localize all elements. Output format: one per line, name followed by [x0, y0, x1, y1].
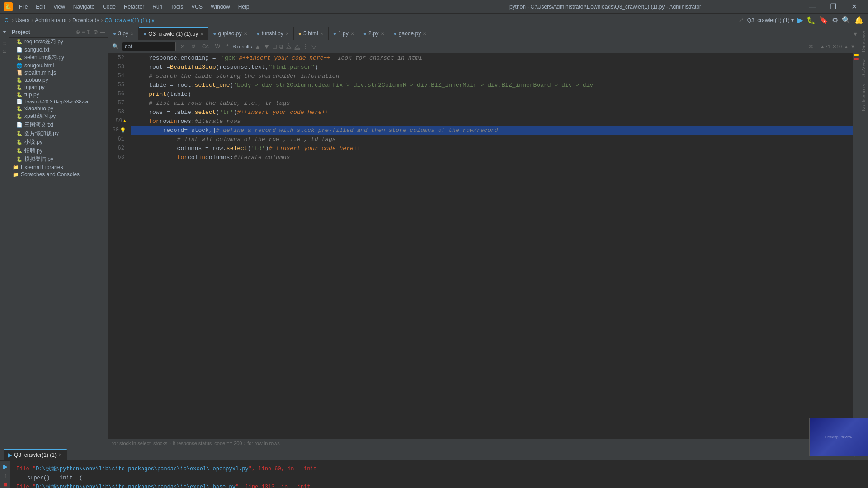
case-sensitive-btn[interactable]: Cc [200, 43, 211, 50]
options-btn[interactable]: ⋮ [302, 43, 309, 50]
close-run-tab[interactable]: ✕ [58, 452, 62, 457]
tree-item[interactable]: 📄Twisted-20.3.0-cp38-cp38-wi... [9, 98, 108, 105]
run-tool-play[interactable]: ▶ [2, 463, 9, 470]
search-replace-btn[interactable]: ↺ [189, 43, 198, 50]
sort-icon[interactable]: ≡ [82, 29, 85, 35]
tree-item[interactable]: 🐍selenium练习.py [9, 53, 108, 62]
expand-results-btn[interactable]: □ [273, 43, 276, 50]
tab-q3crawler[interactable]: ●Q3_crawler(1) (1).py✕ [139, 27, 208, 40]
tree-item[interactable]: 🐍requests连习.py [9, 38, 108, 46]
tab-3py[interactable]: ●3.py✕ [108, 27, 139, 40]
minimize-button[interactable]: — [802, 0, 823, 14]
debug-button[interactable]: 🐛 [807, 16, 816, 24]
add-icon[interactable]: ⊕ [75, 29, 80, 35]
run-tool-stop[interactable]: ■ [2, 481, 9, 488]
database-panel-label[interactable]: Database [859, 27, 868, 56]
tree-item[interactable]: 📄sanguo.txt [9, 46, 108, 53]
code-content[interactable]: response.encoding = 'gbk'#++insert your … [131, 53, 853, 439]
menu-navigate[interactable]: Navigate [70, 3, 98, 11]
tab-1py[interactable]: ●1.py✕ [329, 27, 359, 40]
tree-item[interactable]: 📄三国演义.txt [9, 121, 108, 129]
scroll-up-btn[interactable]: ▲ [844, 44, 849, 49]
tree-item[interactable]: 🐍图片懒加载.py [9, 129, 108, 138]
close-tab-2py[interactable]: ✕ [381, 31, 384, 36]
prev-result-btn[interactable]: ▲ [255, 43, 261, 50]
replace-each-btn[interactable]: ⧋ [294, 43, 300, 51]
close-tab-tunshi[interactable]: ✕ [285, 31, 289, 36]
breadcrumb-status[interactable]: if response.status_code == 200 [173, 441, 242, 446]
breadcrumb-rows[interactable]: for row in rows [247, 441, 280, 446]
sidebar-project-icon[interactable]: P [1, 29, 8, 36]
sciview-panel-label[interactable]: SciView [859, 56, 868, 80]
close-button[interactable]: ✕ [844, 0, 864, 14]
tab-gupiao[interactable]: ●gupiao.py✕ [208, 27, 252, 40]
gear-icon[interactable]: ⚙ [93, 29, 98, 35]
menu-vcs[interactable]: VCS [188, 3, 206, 11]
menu-edit[interactable]: Edit [32, 3, 49, 11]
word-btn[interactable]: W [213, 43, 222, 50]
search-input[interactable] [122, 42, 176, 51]
tree-item[interactable]: 🐍xpath练习.py [9, 112, 108, 121]
tabs-overflow-icon[interactable]: ▾ [854, 29, 857, 38]
settings-button[interactable]: ⚙ [832, 16, 838, 24]
sidebar-structure-icon[interactable]: S [1, 48, 8, 55]
sidebar-bookmarks-icon[interactable]: B [1, 41, 8, 47]
tab-2py[interactable]: ●2.py✕ [359, 27, 389, 40]
breadcrumb-stock[interactable]: for stock in select_stocks [112, 441, 167, 446]
menu-tools[interactable]: Tools [167, 3, 187, 11]
breadcrumb-c[interactable]: C: [5, 17, 10, 23]
tree-item[interactable]: 📜stealth.min.js [9, 69, 108, 76]
breadcrumb-file[interactable]: Q3_crawler(1) (1).py [104, 17, 154, 23]
tree-item-external-libraries[interactable]: 📁External Libraries [9, 164, 108, 171]
close-tab-3py[interactable]: ✕ [130, 31, 134, 36]
close-search-btn[interactable]: ✕ [808, 43, 814, 50]
menu-file[interactable]: File [15, 3, 31, 11]
tree-item[interactable]: 🐍招聘.py [9, 146, 108, 155]
menu-view[interactable]: View [50, 3, 69, 11]
expand-icon[interactable]: ⇅ [87, 29, 91, 35]
close-tab-gupiao[interactable]: ✕ [244, 31, 247, 36]
close-tab-1py[interactable]: ✕ [350, 31, 354, 36]
close-tab-q3crawler[interactable]: ✕ [200, 32, 203, 37]
filter-occurrences-btn[interactable]: ▽ [311, 43, 316, 50]
gutter-marker[interactable] [854, 58, 859, 60]
notifications-panel-label[interactable]: Notifications [859, 80, 868, 115]
tree-item[interactable]: 🐍模拟登陆.py [9, 155, 108, 164]
update-button[interactable]: 🔔 [854, 16, 863, 24]
tree-item[interactable]: 🐍taobao.py [9, 76, 108, 84]
branch-selector[interactable]: Q3_crawler(1) (1) ▾ [747, 17, 794, 23]
search-global-icon[interactable]: 🔍 [842, 16, 851, 24]
regex-btn[interactable]: * [225, 43, 231, 50]
menu-window[interactable]: Window [207, 3, 234, 11]
run-tab-q3crawler[interactable]: ▶ Q3_crawler(1) (1) ✕ [4, 449, 67, 460]
scroll-down-btn[interactable]: ▼ [850, 44, 855, 49]
tree-item[interactable]: 🌐sougou.html [9, 62, 108, 69]
replace-all-btn[interactable]: ⧊ [286, 43, 292, 51]
breadcrumb-downloads[interactable]: Downloads [72, 17, 99, 23]
menu-refactor[interactable]: Refactor [120, 3, 148, 11]
tree-item[interactable]: 🐍tujian.py [9, 84, 108, 91]
run-tool-scroll-up[interactable]: ↑ [2, 472, 9, 479]
search-close-btn[interactable]: ✕ [179, 43, 187, 50]
next-result-btn[interactable]: ▼ [264, 43, 270, 50]
menu-code[interactable]: Code [99, 3, 119, 11]
collapse-panel-icon[interactable]: — [100, 29, 105, 35]
tree-item[interactable]: 🐍tup.py [9, 91, 108, 98]
tree-item[interactable]: 🐍xiaoshuo.py [9, 105, 108, 112]
filter-btn[interactable]: ⧉ [279, 43, 283, 51]
tab-gaode[interactable]: ●gaode.py✕ [389, 27, 432, 40]
output-link[interactable]: D:\技能\python\venv\lib\site-packages\pand… [36, 466, 248, 472]
tree-item[interactable]: 🐍小说.py [9, 138, 108, 146]
maximize-button[interactable]: ❐ [823, 0, 844, 14]
output-link[interactable]: D:\技能\python\venv\lib\site-packages\pand… [36, 484, 236, 488]
coverage-button[interactable]: 🔖 [819, 16, 828, 24]
breadcrumb-admin[interactable]: Administrator [35, 17, 67, 23]
gutter-marker[interactable] [854, 54, 859, 56]
tree-item-scratches[interactable]: 📁Scratches and Consoles [9, 171, 108, 178]
menu-run[interactable]: Run [149, 3, 166, 11]
breadcrumb-users[interactable]: Users [15, 17, 29, 23]
run-button[interactable]: ▶ [797, 16, 803, 24]
menu-help[interactable]: Help [235, 3, 253, 11]
close-tab-gaode[interactable]: ✕ [423, 31, 426, 36]
close-tab-5html[interactable]: ✕ [320, 31, 324, 36]
